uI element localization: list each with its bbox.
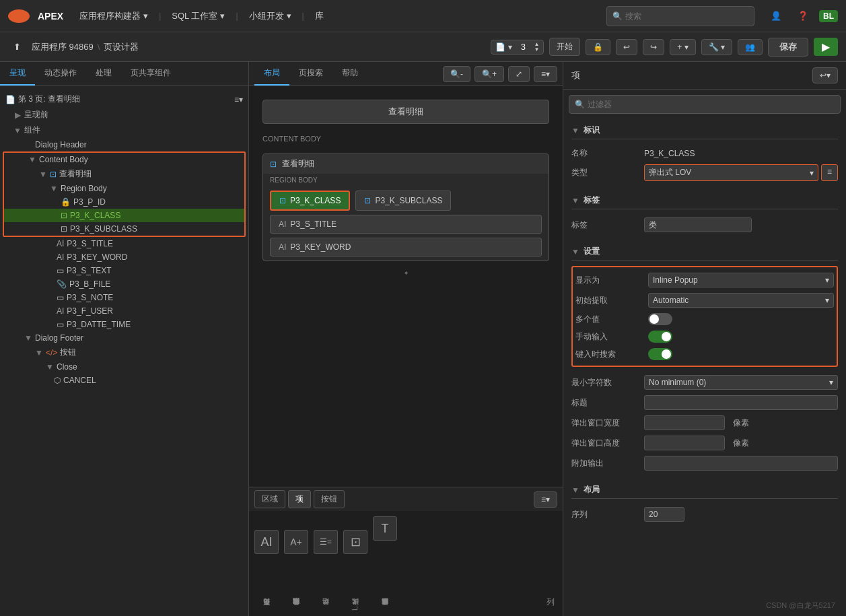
right-panel-title: 项 [571,69,580,81]
nav-team-dev[interactable]: 小组开发 ▾ [244,7,297,25]
drag-handle[interactable]: ⬥ [262,269,549,275]
popup-height-input[interactable] [644,436,725,450]
user-avatar[interactable]: BL [819,10,838,22]
canvas-region-label: 查看明细 [282,158,314,170]
tree-cancel[interactable]: ⬡ CANCEL [0,374,248,387]
tree-pre-render[interactable]: ▶ 呈现前 [0,107,248,123]
search-input[interactable] [625,11,746,21]
palette-autocomplete-item[interactable]: A+ 带自动完成功能的文本字段 [284,530,308,611]
caption-input[interactable] [644,395,838,410]
canvas-item-p3-key-word[interactable]: AI P3_KEY_WORD [270,238,542,256]
lov-icon: ⊡ [61,211,67,220]
main-layout: 呈现 动态操作 处理 页共享组件 📄 第 3 页: 查看明细 ≡▾ ▶ 呈现前 … [0,62,846,616]
tree-close[interactable]: ▼ Close [0,360,248,374]
breadcrumb-page: 页设计器 [104,41,139,53]
palette-richtext-item[interactable]: T 多信息文本编辑器 [373,516,397,611]
start-button[interactable]: 开始 [549,38,580,56]
tab-layout[interactable]: 布局 [254,62,289,85]
tree-content-body[interactable]: ▼ Content Body [4,153,244,166]
tab-dynamic-action[interactable]: 动态操作 [35,62,86,85]
tree-dialog-header[interactable]: Dialog Header [0,138,248,151]
palette-popup-item[interactable]: ⊡ 弹出式L.. [343,530,367,611]
tree-item-p3-key-word[interactable]: AI P3_KEY_WORD [0,250,248,264]
tab-shared[interactable]: 页共享组件 [121,62,180,85]
prop-display-as-row: 显示为 Inline Popup ▾ [575,270,834,290]
settings-button[interactable]: 🔧 ▾ [701,39,732,55]
prop-keystroke-row: 键入时搜索 [575,345,834,363]
tab-help[interactable]: 帮助 [332,62,367,85]
expand-btn[interactable]: ⤢ [508,66,530,82]
right-panel-menu-btn[interactable]: ↩▾ [812,67,838,83]
fetch-dropdown[interactable]: Automatic ▾ [648,293,834,308]
tab-items[interactable]: 项 [288,490,311,508]
nav-library[interactable]: 库 [310,7,329,25]
search-bar: 🔍 [606,6,754,26]
canvas-item-p3-s-title[interactable]: AI P3_S_TITLE [270,215,542,234]
tab-page-search[interactable]: 页搜索 [289,62,332,85]
tree-item-p3-s-text[interactable]: ▭ P3_S_TEXT [0,264,248,277]
nav-app-builder[interactable]: 应用程序构建器 ▾ [74,7,153,25]
keystroke-toggle[interactable] [648,348,672,360]
section-label: ▼ 标签 标签 [563,189,846,240]
palette-ai-item[interactable]: AI 百分比图形 [254,530,279,611]
filter-input[interactable] [588,100,835,109]
multi-value-toggle[interactable] [648,313,672,325]
tree-buttons[interactable]: ▼ </> 按钮 [0,345,248,360]
column-input[interactable] [644,507,684,522]
add-button[interactable]: + ▾ [670,39,695,55]
canvas-item-p3-k-class[interactable]: ⊡ P3_K_CLASS [270,191,350,211]
lock-button[interactable]: 🔒 [586,39,610,55]
bottom-menu-btn[interactable]: ≡▾ [534,491,557,508]
share-button[interactable]: 👥 [738,39,763,55]
nav-sql-workshop[interactable]: SQL 工作室 ▾ [166,7,230,25]
min-chars-dropdown[interactable]: No minimum (0) ▾ [644,375,838,390]
tree-item-p3-f-user[interactable]: AI P3_F_USER [0,304,248,318]
save-button[interactable]: 保存 [768,38,808,57]
display-as-chevron: ▾ [825,275,829,285]
tab-buttons[interactable]: 按钮 [314,490,345,508]
display-as-dropdown[interactable]: Inline Popup ▾ [648,273,834,287]
bottom-tabs-bar: 区域 项 按钮 ≡▾ [249,487,563,511]
app-home-icon[interactable]: ⬆ [8,39,26,55]
tree-item-p3-k-class[interactable]: ⊡ P3_K_CLASS [4,209,244,222]
tree-region-body[interactable]: ▼ Region Body [4,182,244,195]
tree-item-p3-s-note[interactable]: ▭ P3_S_NOTE [0,291,248,304]
page-number-input[interactable] [515,42,531,52]
additional-output-input[interactable] [644,456,838,471]
tree-view-detail[interactable]: ▼ ⊡ 查看明细 [4,166,244,182]
label-input[interactable] [644,217,752,232]
popup-width-input[interactable] [644,415,725,430]
run-button[interactable]: ▶ [814,38,838,56]
tab-processing[interactable]: 处理 [86,62,121,85]
redo-button[interactable]: ↪ [643,39,664,55]
tree-item-p3-s-title[interactable]: AI P3_S_TITLE [0,237,248,250]
prop-popup-width-row: 弹出窗口宽度 像素 [571,413,838,433]
tree-item-p3-k-subclass[interactable]: ⊡ P3_K_SUBCLASS [4,222,244,236]
zoom-in-btn[interactable]: 🔍+ [474,66,504,82]
icon-palette: AI 百分比图形 A+ 带自动完成功能的文本字段 ☰= 单选组 ⊡ 弹出式L..… [249,511,563,616]
type-select-btn[interactable]: ≡ [821,164,838,181]
tree-components[interactable]: ▼ 组件 [0,123,248,138]
undo-button[interactable]: ↩ [616,39,637,55]
tree-item-p3-b-file[interactable]: 📎 P3_B_FILE [0,277,248,291]
palette-popup-icon: ⊡ [343,530,367,554]
tree-item-p3-p-id[interactable]: 🔒 P3_P_ID [4,195,244,209]
tree-dialog-footer[interactable]: ▼ Dialog Footer [0,331,248,345]
help-icon[interactable]: ❓ [792,8,814,24]
canvas-item-p3-k-subclass[interactable]: ⊡ P3_K_SUBCLASS [355,191,451,211]
center-menu-btn[interactable]: ≡▾ [534,66,557,82]
filter-search-icon: 🔍 [575,100,585,109]
type-select-dropdown[interactable]: 弹出式 LOV ▾ [644,164,818,181]
prop-popup-height-row: 弹出窗口高度 像素 [571,433,838,453]
palette-radio-item[interactable]: ☰= 单选组 [314,530,338,611]
page-down-btn[interactable]: ▼ [534,47,539,53]
prop-name-row: 名称 P3_K_CLASS [571,145,838,162]
tree-item-p3-datte-time[interactable]: ▭ P3_DATTE_TIME [0,318,248,331]
tab-area[interactable]: 区域 [254,490,285,508]
user-profile-icon[interactable]: 👤 [765,8,787,24]
manual-input-toggle[interactable] [648,331,672,343]
section-identity: ▼ 标识 名称 P3_K_CLASS 类型 弹出式 LOV ▾ ≡ [563,119,846,189]
tree-page-label[interactable]: 📄 第 3 页: 查看明细 ≡▾ [0,92,248,107]
zoom-out-btn[interactable]: 🔍- [443,66,470,82]
tab-render[interactable]: 呈现 [0,62,35,85]
